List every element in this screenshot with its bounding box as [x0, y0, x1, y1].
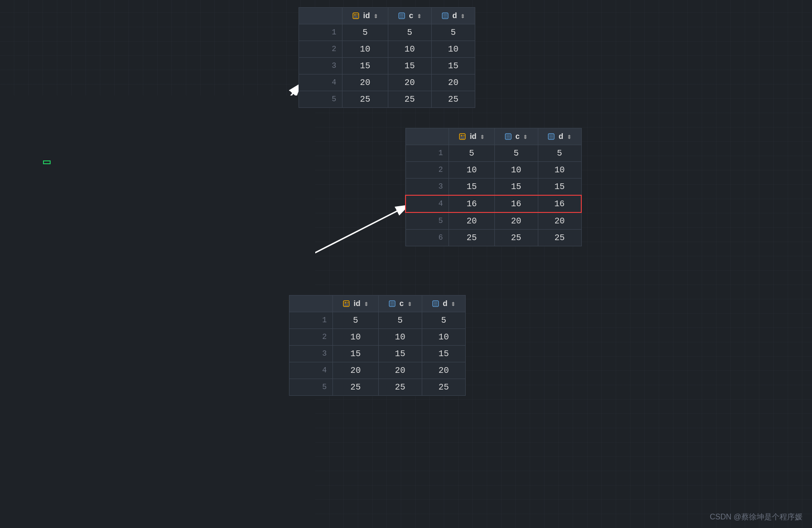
table-row: 2101010: [406, 162, 581, 179]
cell-value: 25: [388, 91, 431, 108]
cell-value: 20: [494, 212, 538, 230]
cell-value: 15: [538, 179, 581, 196]
table-row: 4161616: [406, 195, 581, 212]
cell-value: 16: [494, 195, 538, 212]
code-line-4: [0, 175, 315, 200]
row-number: 3: [299, 58, 342, 74]
table1-th-d: d ⇕: [431, 8, 475, 24]
cell-value: 5: [538, 145, 581, 162]
cell-value: 25: [422, 379, 465, 396]
cell-value: 25: [538, 230, 581, 246]
table1-th-empty: [299, 8, 342, 24]
table3-th-id: id ⇕: [333, 296, 378, 312]
svg-point-18: [460, 135, 462, 136]
row-number: 5: [289, 379, 333, 396]
table-row: 4202020: [299, 74, 475, 91]
cell-value: 20: [333, 362, 378, 379]
cell-value: 16: [449, 195, 494, 212]
table-row: 5252525: [299, 91, 475, 108]
row-number: 1: [289, 312, 333, 329]
cell-value: 10: [422, 329, 465, 346]
cell-value: 15: [342, 58, 388, 74]
cell-value: 20: [538, 212, 581, 230]
table1-th-id: id ⇕: [342, 8, 388, 24]
row-number: 5: [299, 91, 342, 108]
cell-value: 10: [538, 162, 581, 179]
row-number: 3: [406, 179, 449, 196]
table3-header-row: id ⇕ c ⇕ d ⇕: [289, 296, 466, 312]
table-row: 5202020: [406, 212, 581, 230]
code-line-10: [0, 324, 315, 348]
table3-th-empty: [289, 296, 333, 312]
table-row: 4202020: [289, 362, 466, 379]
table-row: 3151515: [289, 346, 466, 362]
row-number: 3: [289, 346, 333, 362]
table1-body: 15552101010315151542020205252525: [299, 24, 475, 108]
row-number: 1: [406, 145, 449, 162]
row-number: 4: [406, 195, 449, 212]
code-line-7: [0, 249, 315, 274]
cell-value: 15: [449, 179, 494, 196]
cell-value: 5: [333, 312, 378, 329]
cell-value: 25: [449, 230, 494, 246]
row-number: 2: [299, 41, 342, 58]
cell-value: 5: [431, 24, 475, 41]
cell-value: 10: [449, 162, 494, 179]
cell-value: 5: [494, 145, 538, 162]
code-line-8: [0, 274, 315, 299]
table2-th-c: c ⇕: [494, 128, 538, 145]
cell-value: 5: [342, 24, 388, 41]
code-line-9: [0, 299, 315, 324]
cell-value: 10: [342, 41, 388, 58]
table-row: 2101010: [289, 329, 466, 346]
table-row: 5252525: [289, 379, 466, 396]
row-number: 6: [406, 230, 449, 246]
cell-value: 5: [378, 312, 422, 329]
cell-value: 20: [449, 212, 494, 230]
cell-value: 15: [422, 346, 465, 362]
cell-value: 25: [333, 379, 378, 396]
cell-value: 25: [342, 91, 388, 108]
cell-value: 10: [494, 162, 538, 179]
table3-th-c: c ⇕: [378, 296, 422, 312]
cell-value: 5: [449, 145, 494, 162]
cell-value: 25: [431, 91, 475, 108]
row-number: 2: [289, 329, 333, 346]
cell-value: 15: [431, 58, 475, 74]
table-row: 6252525: [406, 230, 581, 246]
result-table-1: id ⇕ c ⇕ d ⇕: [299, 7, 475, 108]
table-row: 2101010: [299, 41, 475, 58]
table2-header-row: id ⇕ c ⇕ d ⇕: [406, 128, 581, 145]
code-line-6: [0, 224, 315, 249]
cell-value: 16: [538, 195, 581, 212]
code-line-2: [0, 125, 315, 150]
row-number: 1: [299, 24, 342, 41]
cell-value: 10: [431, 41, 475, 58]
cell-value: 15: [333, 346, 378, 362]
table-row: 1555: [406, 145, 581, 162]
watermark: CSDN @蔡徐坤是个程序媛: [710, 512, 802, 522]
cell-value: 15: [494, 179, 538, 196]
code-line-5: [0, 200, 315, 224]
table3-body: 15552101010315151542020205252525: [289, 312, 466, 396]
code-editor: [0, 95, 315, 528]
table1-header-row: id ⇕ c ⇕ d ⇕: [299, 8, 475, 24]
cell-value: 10: [333, 329, 378, 346]
cell-value: 20: [388, 74, 431, 91]
cell-value: 10: [378, 329, 422, 346]
table-row: 3151515: [299, 58, 475, 74]
cell-value: 20: [422, 362, 465, 379]
cell-value: 20: [342, 74, 388, 91]
table2-body: 155521010103151515416161652020206252525: [406, 145, 581, 246]
cell-value: 5: [422, 312, 465, 329]
result-table-3: id ⇕ c ⇕ d ⇕: [289, 295, 466, 396]
cell-value: 20: [431, 74, 475, 91]
svg-point-31: [344, 302, 346, 303]
code-line-1: [0, 100, 315, 125]
cell-value: 15: [378, 346, 422, 362]
table2-th-id: id ⇕: [449, 128, 494, 145]
table-row: 1555: [299, 24, 475, 41]
svg-point-5: [354, 14, 355, 15]
result-table-2: id ⇕ c ⇕ d ⇕: [405, 128, 582, 246]
table-row: 3151515: [406, 179, 581, 196]
